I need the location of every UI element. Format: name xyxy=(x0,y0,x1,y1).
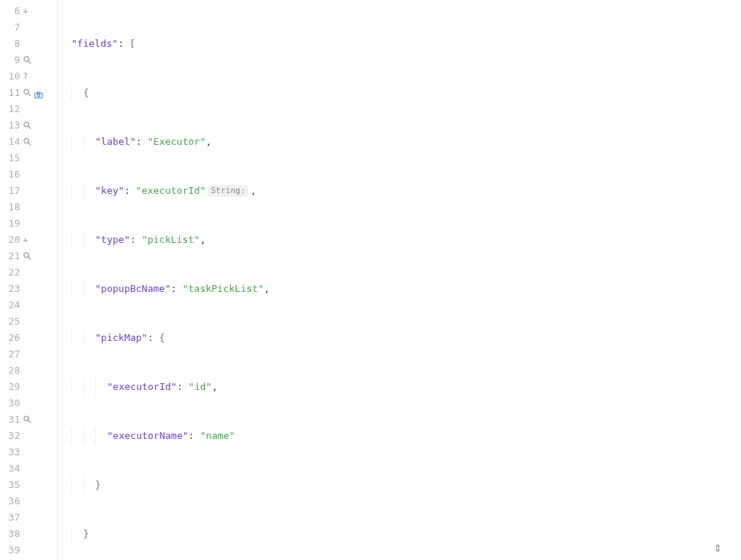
find-usages-icon[interactable] xyxy=(23,415,32,424)
line-number: 34 xyxy=(5,460,20,477)
line-number: 23 xyxy=(5,281,20,297)
svg-point-0 xyxy=(24,56,28,61)
screenshot-icon[interactable] xyxy=(34,88,43,97)
code-line[interactable]: } xyxy=(58,477,741,493)
line-number: 28 xyxy=(5,362,20,379)
gutter: 6+ 7 8 9 10? 11 12 13 14 15 16 17 18 19 … xyxy=(0,0,58,560)
line-number: 17 xyxy=(5,183,20,199)
line-number: 37 xyxy=(5,509,20,526)
inlay-hint: String: xyxy=(208,185,248,197)
code-area[interactable]: "fields": [ { "label": "Executor", "key"… xyxy=(58,0,741,560)
code-line[interactable]: "executorName": "name" xyxy=(58,428,741,444)
gutter-row: 6+ xyxy=(0,3,57,19)
svg-point-5 xyxy=(37,94,39,97)
code-editor[interactable]: 6+ 7 8 9 10? 11 12 13 14 15 16 17 18 19 … xyxy=(0,0,741,560)
line-number: 22 xyxy=(5,264,20,281)
add-icon[interactable]: + xyxy=(23,3,28,19)
svg-line-1 xyxy=(28,61,31,64)
svg-line-3 xyxy=(28,94,31,97)
code-line[interactable]: "label": "Executor", xyxy=(58,134,741,150)
code-line[interactable]: "key": "executorId"String:, xyxy=(58,183,741,199)
line-number: 20 xyxy=(5,232,20,248)
line-number: 26 xyxy=(5,330,20,346)
line-number: 7 xyxy=(5,19,20,36)
help-icon[interactable]: ? xyxy=(23,68,28,85)
find-usages-icon[interactable] xyxy=(23,121,32,130)
svg-line-8 xyxy=(28,126,31,129)
line-number: 16 xyxy=(5,166,20,183)
svg-point-9 xyxy=(24,138,28,143)
code-line[interactable]: "fields": [ xyxy=(58,36,741,52)
svg-point-2 xyxy=(24,89,28,94)
line-number: 9 xyxy=(5,52,20,68)
line-number: 32 xyxy=(5,428,20,444)
add-icon[interactable]: + xyxy=(23,232,28,248)
line-number: 12 xyxy=(5,101,20,117)
line-number: 13 xyxy=(5,117,20,134)
line-number: 10 xyxy=(5,68,20,85)
code-line[interactable]: "type": "pickList", xyxy=(58,232,741,248)
code-line[interactable]: "pickMap": { xyxy=(58,330,741,346)
line-number: 36 xyxy=(5,493,20,509)
svg-point-11 xyxy=(24,253,28,257)
code-line[interactable]: } xyxy=(58,526,741,542)
line-number: 33 xyxy=(5,444,20,460)
line-number: 8 xyxy=(5,36,20,52)
code-line[interactable]: { xyxy=(58,85,741,101)
svg-point-7 xyxy=(24,122,28,126)
line-number: 6 xyxy=(5,3,20,19)
line-number: 27 xyxy=(5,346,20,362)
find-usages-icon[interactable] xyxy=(23,56,32,65)
code-line[interactable]: "popupBcName": "taskPickList", xyxy=(58,281,741,297)
line-number: 25 xyxy=(5,313,20,330)
line-number: 39 xyxy=(5,542,20,559)
line-number: 19 xyxy=(5,215,20,232)
resize-cursor-icon: ⇕ xyxy=(714,539,722,556)
line-number: 11 xyxy=(5,85,20,101)
svg-line-14 xyxy=(28,420,31,423)
line-number: 18 xyxy=(5,199,20,215)
line-number: 24 xyxy=(5,297,20,313)
code-line[interactable]: "executorId": "id", xyxy=(58,379,741,395)
find-usages-icon[interactable] xyxy=(23,88,32,97)
line-number: 15 xyxy=(5,150,20,166)
line-number: 30 xyxy=(5,395,20,411)
svg-line-10 xyxy=(28,143,31,146)
line-number: 21 xyxy=(5,248,20,264)
find-usages-icon[interactable] xyxy=(23,252,32,261)
find-usages-icon[interactable] xyxy=(23,137,32,146)
line-number: 38 xyxy=(5,526,20,542)
line-number: 29 xyxy=(5,379,20,395)
line-number: 14 xyxy=(5,134,20,150)
line-number: 31 xyxy=(5,411,20,428)
svg-point-13 xyxy=(24,416,28,420)
line-number: 35 xyxy=(5,477,20,493)
svg-line-12 xyxy=(28,257,31,260)
